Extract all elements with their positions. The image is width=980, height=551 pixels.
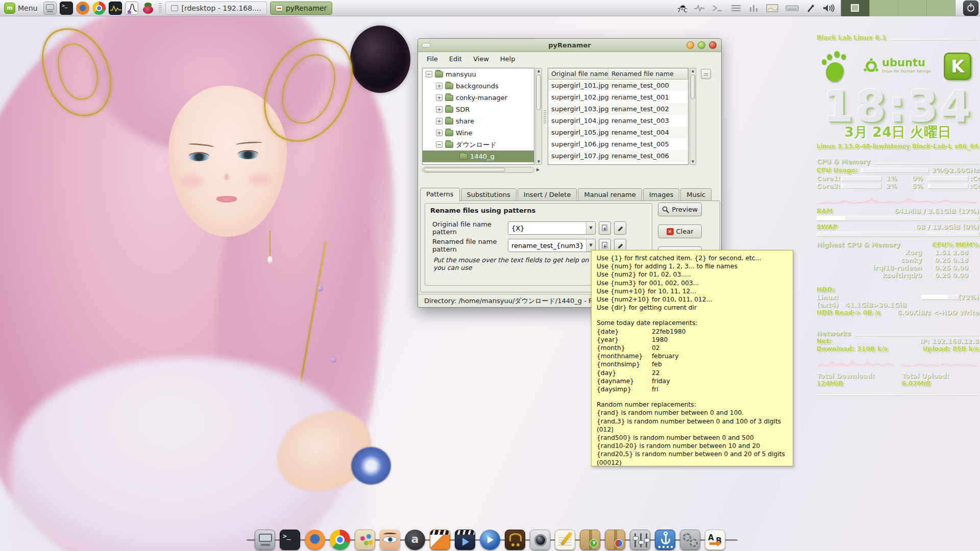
- file-row[interactable]: supergirl_105.jpg rename_test_004: [548, 127, 688, 138]
- file-list-header[interactable]: Original file name Renamed file name: [548, 68, 688, 80]
- dock-amarok[interactable]: a: [405, 530, 425, 550]
- menu-item[interactable]: Help: [496, 54, 520, 64]
- tab[interactable]: Substitutions: [461, 188, 517, 201]
- file-row[interactable]: supergirl_101.jpg rename_test_000: [548, 80, 688, 91]
- volume-icon[interactable]: [822, 4, 835, 13]
- column-original[interactable]: Original file name: [548, 68, 608, 79]
- dock-image-viewer[interactable]: [380, 530, 400, 550]
- workspace-2[interactable]: [870, 0, 898, 16]
- tab[interactable]: Music: [680, 188, 712, 201]
- menu-applet[interactable]: m Menu: [0, 0, 41, 16]
- file-row[interactable]: supergirl_107.jpg rename_test_006: [548, 150, 688, 162]
- launcher-terminal[interactable]: >_: [60, 2, 73, 15]
- tree-item[interactable]: 1440_g: [423, 151, 534, 162]
- dock-graphics-app[interactable]: [355, 530, 375, 550]
- dock-terminal[interactable]: >_: [280, 530, 300, 550]
- dock-sound-mixer[interactable]: .di-mixer i:nth-of-type(1)::after{top:6p…: [630, 530, 650, 550]
- dropdown-arrow-icon[interactable]: ▼: [586, 222, 595, 234]
- taskbar-item-pyrenamer[interactable]: pyRenamer: [270, 2, 332, 15]
- tree-item[interactable]: + SDR: [423, 104, 534, 115]
- stylus-icon[interactable]: [806, 4, 815, 13]
- tree-expander[interactable]: +: [436, 118, 443, 124]
- clear-icon: ✕: [667, 228, 674, 235]
- file-row[interactable]: supergirl_104.jpg rename_test_003: [548, 115, 688, 127]
- file-list-scrollbar[interactable]: ▲ ▼: [690, 68, 696, 165]
- renamed-pattern-input[interactable]: [508, 239, 586, 252]
- tab[interactable]: Patterns: [420, 188, 460, 202]
- tab[interactable]: Images: [643, 188, 680, 201]
- file-row[interactable]: supergirl_102.jpg rename_test_001: [548, 91, 688, 103]
- launcher-computer[interactable]: [43, 2, 57, 15]
- tree-expander[interactable]: −: [436, 141, 443, 148]
- dock-media-player[interactable]: [480, 530, 500, 550]
- workspace-1[interactable]: [841, 0, 870, 16]
- menu-lines-icon[interactable]: [730, 4, 742, 12]
- menu-item[interactable]: View: [469, 54, 494, 64]
- tree-item[interactable]: + Wine: [423, 127, 534, 139]
- dock-computer[interactable]: [255, 530, 275, 550]
- tree-item[interactable]: − mansyuu: [423, 68, 534, 80]
- dock-package-manager[interactable]: [605, 530, 625, 550]
- tab[interactable]: Insert / Delete: [518, 188, 577, 201]
- dock-text-editor[interactable]: [555, 530, 575, 550]
- tree-item[interactable]: + share: [423, 115, 534, 127]
- wallpaper-bead: [341, 418, 347, 424]
- list-options-button[interactable]: ⚎: [701, 69, 711, 79]
- dock-package-installer[interactable]: [580, 530, 600, 550]
- pattern-edit-button[interactable]: [614, 221, 626, 235]
- launcher-firefox[interactable]: [76, 2, 89, 15]
- launcher-chrome[interactable]: [92, 2, 106, 15]
- menu-item[interactable]: Edit: [445, 54, 467, 64]
- weather-applet[interactable]: ☁ 7°C: [677, 3, 688, 13]
- launcher-oscilloscope[interactable]: [109, 2, 122, 15]
- pane-splitter[interactable]: [544, 110, 546, 123]
- tree-expander[interactable]: +: [436, 94, 443, 101]
- workspace-4[interactable]: [927, 0, 955, 16]
- window-icon: [171, 5, 178, 11]
- dock-camera[interactable]: [530, 530, 550, 550]
- titlebar[interactable]: pyRenamer: [418, 39, 721, 52]
- file-row[interactable]: supergirl_108.jpg rename_test_007: [548, 162, 688, 165]
- tree-expander[interactable]: +: [436, 130, 443, 136]
- tree-item[interactable]: + backgrounds: [423, 80, 534, 92]
- file-row[interactable]: supergirl_103.jpg rename_test_002: [548, 103, 688, 115]
- tree-scrollbar[interactable]: ▲ ▼: [535, 68, 542, 165]
- pattern-insert-button[interactable]: [599, 221, 611, 235]
- dock-pyrenamer[interactable]: AB: [705, 530, 725, 550]
- activity-monitor-icon[interactable]: [694, 4, 705, 12]
- original-pattern-combo[interactable]: ▼: [508, 221, 596, 235]
- launcher-raspberry-pi[interactable]: [141, 2, 155, 15]
- tree-item[interactable]: − ダウンロード: [423, 139, 534, 151]
- dock-system-tools[interactable]: [680, 530, 700, 550]
- tree-expander[interactable]: +: [436, 83, 443, 89]
- file-row[interactable]: supergirl_106.jpg rename_test_005: [548, 138, 688, 150]
- column-renamed[interactable]: Renamed file name: [608, 68, 688, 79]
- terminal-prompt-icon[interactable]: [712, 4, 723, 12]
- power-button[interactable]: [963, 1, 978, 16]
- launcher-signal-probe[interactable]: [125, 2, 138, 15]
- dock-firefox[interactable]: [305, 530, 325, 550]
- dock-docky[interactable]: [655, 530, 675, 550]
- bar-meter-icon[interactable]: [749, 4, 759, 12]
- original-pattern-input[interactable]: [508, 222, 586, 234]
- preview-button[interactable]: Preview: [658, 203, 702, 216]
- dock-video-player[interactable]: [455, 530, 475, 550]
- tree-hscrollbar[interactable]: [422, 167, 534, 173]
- tree-item-label: backgrounds: [456, 82, 499, 90]
- tree-item[interactable]: + conky-manager: [423, 92, 534, 104]
- renamed-pattern-combo[interactable]: ▼: [508, 239, 596, 252]
- image-tray-icon[interactable]: [766, 4, 778, 12]
- top-section: Highest CPU & Memory: [817, 241, 900, 248]
- clear-button[interactable]: ✕ Clear: [658, 224, 702, 238]
- workspace-3[interactable]: [898, 0, 927, 16]
- dock-openshot[interactable]: [430, 530, 450, 550]
- menu-item[interactable]: File: [422, 54, 443, 64]
- tree-expander[interactable]: −: [426, 71, 432, 78]
- keyboard-icon[interactable]: [786, 5, 799, 12]
- dock-chrome[interactable]: [330, 530, 350, 550]
- taskbar-item-rdesktop[interactable]: [rdesktop - 192.168....: [165, 2, 266, 15]
- tab[interactable]: Manual rename: [578, 188, 642, 201]
- dock-owl-theme[interactable]: [505, 530, 525, 550]
- hscroll-arrow-icon[interactable]: ▶: [536, 167, 540, 172]
- tree-expander[interactable]: +: [436, 106, 443, 113]
